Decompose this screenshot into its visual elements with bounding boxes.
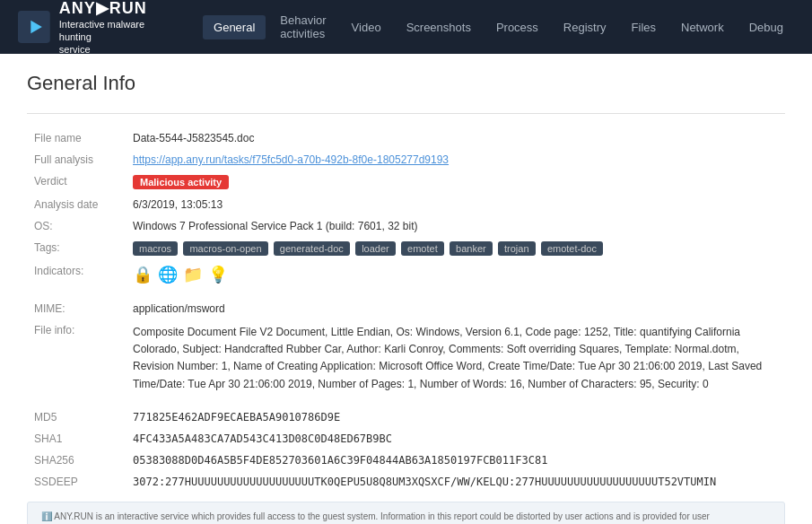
tag-emotet-doc[interactable]: emotet-doc bbox=[541, 241, 603, 256]
spacer-row-2 bbox=[27, 397, 785, 406]
sha256-hash: 05383088D0D46A5B5F4DE852703601A6C39F0484… bbox=[133, 454, 547, 467]
file-name-row: File name Data-5544-J5823545.doc bbox=[27, 127, 785, 149]
page-title: General Info bbox=[27, 72, 785, 95]
file-info-value: Composite Document File V2 Document, Lit… bbox=[126, 319, 785, 397]
verdict-row: Verdict Malicious activity bbox=[27, 170, 785, 194]
tags-container: macros macros-on-open generated-doc load… bbox=[126, 237, 785, 260]
tag-banker[interactable]: banker bbox=[450, 241, 493, 256]
indicator-icon-2: 🌐 bbox=[158, 265, 178, 284]
sha256-label: SHA256 bbox=[27, 450, 126, 471]
ssdeep-value: 3072:277HUUUUUUUUUUUUUUUUUUUTK0QEPU5U8Q8… bbox=[126, 471, 785, 493]
info-bar-text: ANY.RUN is an interactive service which … bbox=[41, 511, 710, 524]
header: ANY▶RUN Interactive malware huntingservi… bbox=[0, 0, 812, 54]
mime-value: application/msword bbox=[126, 298, 785, 319]
sha1-value: 4FC433A5A483CA7AD543C413D08C0D48ED67B9BC bbox=[126, 428, 785, 450]
ssdeep-row: SSDEEP 3072:277HUUUUUUUUUUUUUUUUUUUTK0QE… bbox=[27, 471, 785, 493]
file-name-value: Data-5544-J5823545.doc bbox=[126, 127, 785, 149]
logo-tagline: Interactive malware huntingservice bbox=[59, 18, 167, 57]
tag-loader[interactable]: loader bbox=[355, 241, 396, 256]
ssdeep-hash: 3072:277HUUUUUUUUUUUUUUUUUUUTK0QEPU5U8Q8… bbox=[133, 476, 716, 488]
nav-process[interactable]: Process bbox=[485, 15, 549, 39]
tag-macros[interactable]: macros bbox=[133, 241, 178, 256]
os-label: OS: bbox=[27, 215, 126, 237]
verdict-label: Verdict bbox=[27, 170, 126, 194]
mime-row: MIME: application/msword bbox=[27, 298, 785, 319]
mime-label: MIME: bbox=[27, 298, 126, 319]
indicators-row: Indicators: 🔒 🌐 📁 💡 bbox=[27, 260, 785, 289]
nav-screenshots[interactable]: Screenshots bbox=[396, 15, 482, 39]
full-analysis-value: https://app.any.run/tasks/f75fc5d0-a70b-… bbox=[126, 149, 785, 170]
main-nav: General Behavior activities Video Screen… bbox=[203, 8, 794, 46]
sha1-label: SHA1 bbox=[27, 428, 126, 450]
sha1-row: SHA1 4FC433A5A483CA7AD543C413D08C0D48ED6… bbox=[27, 428, 785, 450]
indicator-icon-4: 💡 bbox=[208, 265, 228, 284]
md5-value: 771825E462ADF9ECAEBA5A9010786D9E bbox=[126, 406, 785, 428]
logo-icon bbox=[18, 9, 50, 45]
indicator-icons: 🔒 🌐 📁 💡 bbox=[133, 265, 778, 284]
file-info-row: File info: Composite Document File V2 Do… bbox=[27, 319, 785, 397]
analysis-date-row: Analysis date 6/3/2019, 13:05:13 bbox=[27, 194, 785, 215]
nav-behavior[interactable]: Behavior activities bbox=[269, 8, 336, 46]
indicators-container: 🔒 🌐 📁 💡 bbox=[126, 260, 785, 289]
tags-label: Tags: bbox=[27, 237, 126, 260]
full-analysis-row: Full analysis https://app.any.run/tasks/… bbox=[27, 149, 785, 170]
md5-hash: 771825E462ADF9ECAEBA5A9010786D9E bbox=[133, 411, 340, 424]
md5-row: MD5 771825E462ADF9ECAEBA5A9010786D9E bbox=[27, 406, 785, 428]
spacer-row-1 bbox=[27, 289, 785, 298]
info-bar: ℹ️ ANY.RUN is an interactive service whi… bbox=[27, 502, 785, 524]
sha256-row: SHA256 05383088D0D46A5B5F4DE852703601A6C… bbox=[27, 450, 785, 471]
verdict-value: Malicious activity bbox=[126, 170, 785, 194]
logo-name: ANY▶RUN bbox=[59, 0, 167, 18]
divider bbox=[27, 113, 785, 114]
md5-label: MD5 bbox=[27, 406, 126, 428]
indicator-icon-1: 🔒 bbox=[133, 265, 153, 284]
nav-files[interactable]: Files bbox=[621, 15, 667, 39]
logo-area: ANY▶RUN Interactive malware huntingservi… bbox=[18, 0, 167, 56]
tags-row: Tags: macros macros-on-open generated-do… bbox=[27, 237, 785, 260]
file-name-label: File name bbox=[27, 127, 126, 149]
os-value: Windows 7 Professional Service Pack 1 (b… bbox=[126, 215, 785, 237]
sha256-value: 05383088D0D46A5B5F4DE852703601A6C39F0484… bbox=[126, 450, 785, 471]
info-table: File name Data-5544-J5823545.doc Full an… bbox=[27, 127, 785, 493]
indicators-label: Indicators: bbox=[27, 260, 126, 289]
analysis-date-value: 6/3/2019, 13:05:13 bbox=[126, 194, 785, 215]
tag-trojan[interactable]: trojan bbox=[498, 241, 536, 256]
file-info-label: File info: bbox=[27, 319, 126, 397]
tag-macros-on-open[interactable]: macros-on-open bbox=[183, 241, 267, 256]
main-content: General Info File name Data-5544-J582354… bbox=[0, 54, 812, 524]
full-analysis-link[interactable]: https://app.any.run/tasks/f75fc5d0-a70b-… bbox=[133, 153, 449, 166]
analysis-date-label: Analysis date bbox=[27, 194, 126, 215]
os-row: OS: Windows 7 Professional Service Pack … bbox=[27, 215, 785, 237]
ssdeep-label: SSDEEP bbox=[27, 471, 126, 493]
nav-debug[interactable]: Debug bbox=[738, 15, 794, 39]
tag-generated-doc[interactable]: generated-doc bbox=[274, 241, 350, 256]
sha1-hash: 4FC433A5A483CA7AD543C413D08C0D48ED67B9BC bbox=[133, 432, 392, 445]
file-info-text: Composite Document File V2 Document, Lit… bbox=[133, 324, 778, 393]
nav-network[interactable]: Network bbox=[670, 15, 735, 39]
verdict-badge: Malicious activity bbox=[133, 175, 229, 189]
nav-registry[interactable]: Registry bbox=[553, 15, 617, 39]
nav-general[interactable]: General bbox=[203, 15, 266, 39]
indicator-icon-3: 📁 bbox=[183, 265, 203, 284]
nav-video[interactable]: Video bbox=[341, 15, 392, 39]
tag-emotet[interactable]: emotet bbox=[401, 241, 444, 256]
full-analysis-label: Full analysis bbox=[27, 149, 126, 170]
